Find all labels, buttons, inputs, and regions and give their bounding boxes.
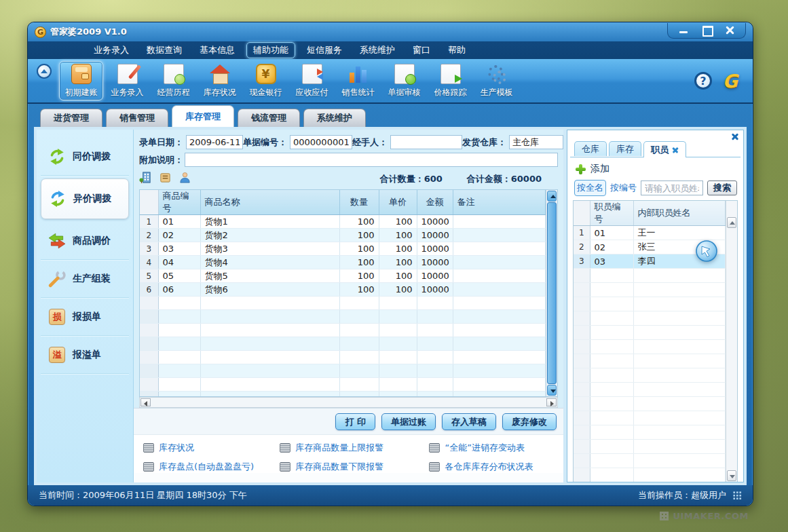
table-row[interactable] <box>140 324 546 337</box>
entry-date-input[interactable] <box>186 135 243 149</box>
staff-row[interactable] <box>574 397 726 411</box>
save-draft-button[interactable]: 存入草稿 <box>442 413 496 430</box>
cell[interactable]: 100 <box>379 256 417 269</box>
menu-item-aux-functions[interactable]: 辅助功能 <box>246 42 295 58</box>
tab-purchase-management[interactable]: 进货管理 <box>40 109 102 127</box>
person-icon[interactable] <box>179 171 191 187</box>
toolbar-item-receivable-payable[interactable]: 应收应付 <box>290 61 334 100</box>
cell[interactable]: 05 <box>158 269 200 283</box>
staff-search-input[interactable] <box>641 180 703 195</box>
cell[interactable]: 货物4 <box>200 256 339 269</box>
cell[interactable]: 01 <box>590 226 633 240</box>
table-row[interactable] <box>140 337 546 351</box>
cell[interactable]: 货物5 <box>200 269 339 283</box>
sidebar-item-diff-price-transfer[interactable]: 异价调拨 <box>41 178 129 219</box>
doc-number-input[interactable] <box>290 135 352 149</box>
sidebar-item-overflow-report[interactable]: 溢 报溢单 <box>41 336 129 374</box>
discard-changes-button[interactable]: 废弃修改 <box>502 413 557 430</box>
table-row[interactable] <box>140 392 546 398</box>
link-upper-limit-alert[interactable]: 库存商品数量上限报警 <box>280 442 429 454</box>
toolbar-item-cash-bank[interactable]: ¥ 现金银行 <box>244 61 288 100</box>
minimize-button[interactable] <box>677 26 690 34</box>
cell[interactable]: 10000 <box>417 283 453 297</box>
note-input[interactable] <box>185 153 558 167</box>
collapse-toolbar-button[interactable] <box>37 64 52 79</box>
sidebar-item-same-price-transfer[interactable]: 同价调拨 <box>41 138 129 176</box>
tab-system-maintenance[interactable]: 系统维护 <box>303 109 366 127</box>
scroll-down-button[interactable] <box>547 385 557 396</box>
staff-row[interactable] <box>574 368 726 383</box>
cell[interactable]: 货物2 <box>200 229 339 242</box>
toolbar-item-business-entry[interactable]: 业务录入 <box>105 61 149 100</box>
scroll-right-button[interactable] <box>546 398 557 406</box>
cell[interactable]: 货物3 <box>200 242 339 256</box>
cell[interactable]: 01 <box>158 215 200 229</box>
building-icon[interactable] <box>139 171 152 187</box>
cell[interactable]: 03 <box>590 254 633 269</box>
print-button[interactable]: 打 印 <box>335 413 375 430</box>
cell[interactable]: 100 <box>379 229 417 242</box>
cell[interactable]: 100 <box>339 256 379 269</box>
cell[interactable]: 04 <box>158 256 200 269</box>
add-staff-button[interactable]: 添加 <box>573 162 738 180</box>
package-icon[interactable] <box>159 171 172 187</box>
cell[interactable]: 100 <box>339 215 379 229</box>
scroll-down-button[interactable] <box>727 470 736 481</box>
cell[interactable]: 100 <box>339 283 379 297</box>
scroll-up-button[interactable] <box>727 217 736 228</box>
scroll-left-button[interactable] <box>140 398 151 406</box>
panel-close-icon[interactable] <box>730 132 740 141</box>
cell[interactable]: 100 <box>379 283 417 297</box>
link-lower-limit-alert[interactable]: 库存商品数量下限报警 <box>280 461 429 473</box>
post-document-button[interactable]: 单据过账 <box>381 413 436 430</box>
staff-row[interactable] <box>574 383 726 397</box>
table-row[interactable]: 202货物210010010000 <box>140 229 546 242</box>
cell[interactable]: 货物6 <box>200 283 339 297</box>
menu-item-basic-info[interactable]: 基本信息 <box>193 43 241 58</box>
toolbar-item-price-tracking[interactable]: 价格跟踪 <box>428 61 472 100</box>
staff-row[interactable] <box>574 269 726 283</box>
sidebar-item-loss-report[interactable]: 损 报损单 <box>41 298 129 336</box>
toolbar-item-production-template[interactable]: 生产模板 <box>474 61 519 100</box>
table-row[interactable]: 606货物610010010000 <box>140 283 546 297</box>
search-button[interactable]: 搜索 <box>707 180 737 195</box>
maximize-button[interactable] <box>700 26 713 34</box>
link-inventory-status[interactable]: 库存状况 <box>143 442 280 454</box>
staff-row[interactable] <box>574 326 726 340</box>
cell[interactable]: 10000 <box>417 229 453 242</box>
link-stocktake[interactable]: 库存盘点(自动盘盈盘亏) <box>143 461 280 473</box>
scrollbar-thumb[interactable] <box>547 202 557 384</box>
menu-item-help[interactable]: 帮助 <box>442 43 472 58</box>
toolbar-item-initial-setup[interactable]: 初期建账 <box>59 61 103 100</box>
cell[interactable]: 02 <box>590 240 633 254</box>
sidebar-item-product-reprice[interactable]: 商品调价 <box>41 222 129 260</box>
cell[interactable]: 10000 <box>417 242 453 256</box>
cell[interactable]: 100 <box>379 269 417 283</box>
staff-row[interactable] <box>574 283 726 297</box>
staff-scrollbar[interactable] <box>726 201 737 482</box>
filter-by-fullname[interactable]: 按全名 <box>574 180 606 196</box>
horizontal-scrollbar[interactable] <box>139 397 558 408</box>
menu-item-business-entry[interactable]: 业务录入 <box>88 43 135 58</box>
staff-row[interactable] <box>574 297 726 311</box>
cell[interactable]: 王一 <box>633 226 726 240</box>
staff-row[interactable] <box>574 411 726 425</box>
table-row[interactable] <box>140 364 546 378</box>
close-button[interactable] <box>724 26 736 34</box>
toolbar-item-sales-stats[interactable]: 销售统计 <box>336 61 380 100</box>
cell[interactable]: 10000 <box>417 269 453 283</box>
vertical-scrollbar[interactable] <box>546 190 557 396</box>
cell[interactable]: 02 <box>158 229 200 242</box>
table-row[interactable] <box>140 310 546 324</box>
table-row[interactable] <box>140 297 546 310</box>
menu-item-window[interactable]: 窗口 <box>407 43 436 58</box>
table-row[interactable]: 101货物110010010000 <box>140 215 546 229</box>
cell[interactable]: 100 <box>339 229 379 242</box>
tab-inventory-management[interactable]: 库存管理 <box>172 105 234 127</box>
link-warehouse-distribution[interactable]: 各仓库库存分布状况表 <box>429 461 559 473</box>
table-row[interactable]: 404货物410010010000 <box>140 256 546 269</box>
cell[interactable] <box>453 256 546 269</box>
filter-by-code[interactable]: 按编号 <box>610 182 637 194</box>
cell[interactable] <box>453 215 546 229</box>
toolbar-item-doc-audit[interactable]: 单据审核 <box>382 61 426 100</box>
